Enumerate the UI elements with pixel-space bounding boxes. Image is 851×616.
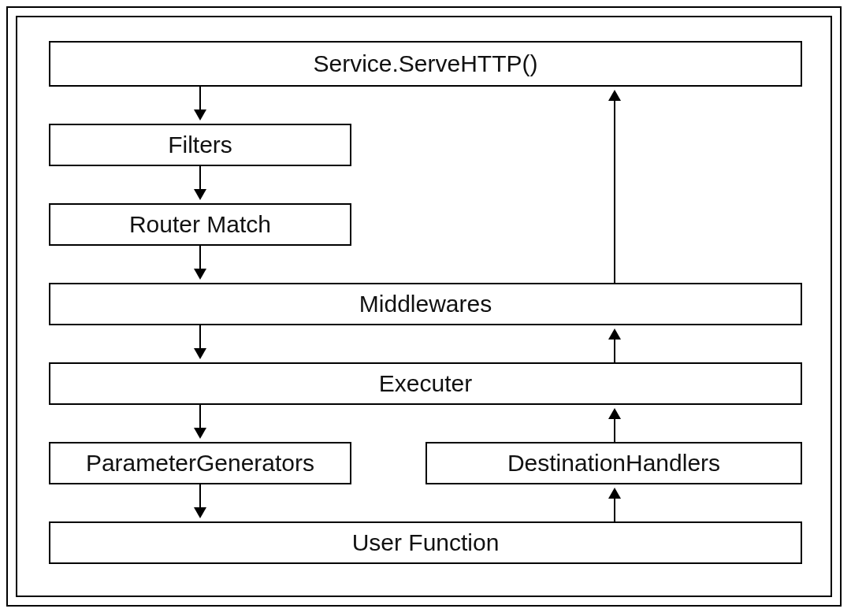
label-executer: Executer: [379, 370, 472, 397]
label-destination-handlers: DestinationHandlers: [507, 450, 720, 477]
box-serve-http: Service.ServeHTTP(): [49, 41, 802, 87]
box-middlewares: Middlewares: [49, 283, 802, 325]
box-filters: Filters: [49, 124, 351, 166]
label-parameter-generators: ParameterGenerators: [86, 450, 314, 477]
box-router-match: Router Match: [49, 203, 351, 246]
box-parameter-generators: ParameterGenerators: [49, 442, 351, 484]
label-router-match: Router Match: [129, 211, 271, 238]
box-executer: Executer: [49, 362, 802, 405]
box-destination-handlers: DestinationHandlers: [426, 442, 802, 484]
label-user-function: User Function: [352, 529, 500, 556]
label-filters: Filters: [168, 132, 232, 158]
label-middlewares: Middlewares: [359, 291, 492, 317]
label-serve-http: Service.ServeHTTP(): [313, 50, 537, 77]
box-user-function: User Function: [49, 521, 802, 564]
